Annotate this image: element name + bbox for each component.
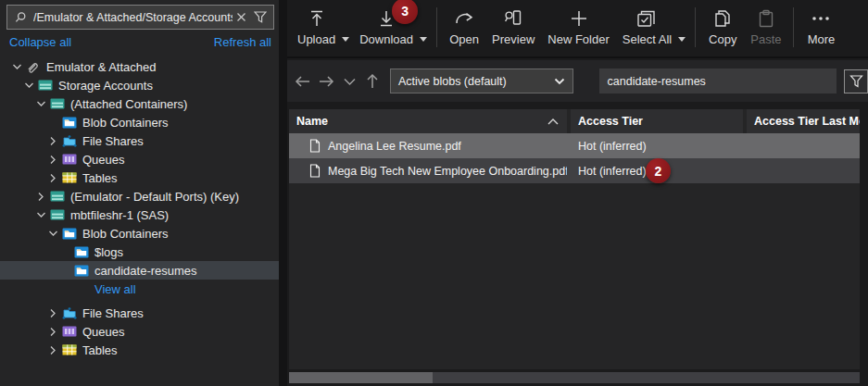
tree-item-attached-containers[interactable]: (Attached Containers) — [0, 94, 279, 113]
tree-item-queues[interactable]: Queues — [0, 322, 279, 341]
column-header-name[interactable]: Name — [289, 109, 567, 133]
dropdown-caret-icon[interactable] — [678, 37, 686, 42]
tree-item-file-shares[interactable]: File Shares — [0, 131, 279, 150]
toolbar-button-label: Preview — [492, 32, 535, 46]
toolbar-button-label: Download — [359, 32, 413, 46]
sidebar-divider[interactable] — [279, 0, 287, 386]
dropdown-caret-icon[interactable] — [420, 37, 427, 42]
copy-icon — [713, 6, 732, 31]
clear-search-icon[interactable] — [233, 9, 249, 26]
tree-item-blob-containers[interactable]: Blob Containers1 — [0, 224, 279, 243]
tree-item-emulator-default-ports-key[interactable]: (Emulator - Default Ports) (Key) — [0, 187, 279, 205]
fileshare-icon — [62, 307, 82, 319]
column-header-access-tier[interactable]: Access Tier — [571, 109, 743, 133]
tree-item-label: File Shares — [82, 134, 144, 148]
new-folder-button[interactable]: New Folder — [541, 0, 615, 56]
annotation-badge-2: 2 — [646, 158, 671, 183]
tree-item-storage-accounts[interactable]: Storage Accounts — [0, 76, 279, 94]
blob-state-selected: Active blobs (default) — [398, 75, 554, 88]
chevron-right-icon[interactable] — [44, 136, 62, 146]
tree-item-queues[interactable]: Queues — [0, 150, 279, 168]
tree-item-logs[interactable]: $logs — [0, 243, 279, 261]
blob-list-header: Name Access Tier Access Tier Last Mo — [289, 109, 860, 133]
blob-icon — [62, 228, 82, 240]
table-icon — [62, 344, 82, 355]
annotation-badge-3: 3 — [392, 0, 418, 24]
tree-item-tables[interactable]: Tables — [0, 341, 279, 359]
search-icon — [12, 9, 29, 26]
tree-item-tables[interactable]: Tables — [0, 168, 279, 187]
chevron-right-icon[interactable] — [44, 155, 62, 165]
tree-item-label: Blob Containers — [82, 227, 169, 241]
chevron-right-icon[interactable] — [44, 327, 62, 337]
copy-button[interactable]: Copy — [701, 0, 744, 56]
tree-item-candidate-resumes[interactable]: candidate-resumes — [0, 261, 279, 280]
column-header-access-tier-last-modified[interactable]: Access Tier Last Mo — [747, 109, 860, 133]
download-button[interactable]: Download3 — [353, 0, 420, 56]
horizontal-scrollbar-thumb[interactable] — [289, 372, 433, 383]
toolbar-separator — [695, 7, 696, 47]
select-all-icon — [636, 6, 657, 31]
preview-button[interactable]: Preview — [485, 0, 541, 56]
chevron-down-icon[interactable] — [31, 100, 50, 107]
fileshare-icon — [62, 135, 82, 147]
dropdown-caret-icon[interactable] — [342, 37, 349, 42]
sidebar-search-input[interactable]: /Emulator & Attached/Storage Accounts/ — [6, 5, 274, 30]
collapse-all-link[interactable]: Collapse all — [9, 35, 71, 49]
chevron-down-icon[interactable] — [19, 81, 38, 89]
chevron-down-icon — [554, 78, 565, 85]
tree-item-label: (Attached Containers) — [69, 97, 187, 111]
toolbar-separator — [793, 7, 794, 47]
filter-tree-icon[interactable] — [252, 9, 269, 26]
main-panel: UploadDownload3OpenPreviewNew FolderSele… — [287, 0, 868, 386]
chevron-down-icon[interactable] — [7, 63, 26, 70]
paperclip-icon — [26, 60, 45, 74]
forward-icon[interactable] — [318, 73, 334, 90]
chevron-right-icon[interactable] — [44, 308, 62, 318]
up-level-icon[interactable] — [364, 73, 381, 90]
navigation-bar: Active blobs (default) candidate-resumes — [287, 60, 868, 102]
blob-list-body: Angelina Lee Resume.pdfHot (inferred)Meg… — [289, 133, 860, 183]
tree-item-label: mbtfileshr-1 (SAS) — [69, 208, 169, 222]
tree-item-label: Emulator & Attached — [45, 60, 157, 74]
tree-item-label: Queues — [82, 153, 125, 167]
queue-icon — [62, 154, 82, 165]
back-icon[interactable] — [295, 73, 311, 90]
tree-item-view-all[interactable]: View all — [0, 280, 279, 298]
refresh-all-link[interactable]: Refresh all — [214, 35, 271, 49]
chevron-right-icon[interactable] — [44, 345, 62, 355]
blob-row[interactable]: Angelina Lee Resume.pdfHot (inferred) — [289, 133, 860, 158]
chevron-down-icon[interactable] — [44, 230, 62, 237]
paste-button: Paste — [744, 0, 787, 56]
blob-name: Angelina Lee Resume.pdf — [328, 140, 461, 153]
open-button[interactable]: Open — [443, 0, 485, 56]
new-folder-icon — [570, 6, 588, 31]
tree-item-label: (Emulator - Default Ports) (Key) — [69, 190, 239, 204]
more-button[interactable]: More — [799, 0, 842, 56]
upload-button[interactable]: Upload — [291, 0, 342, 56]
tree-item-emulator-attached[interactable]: Emulator & Attached — [0, 57, 279, 76]
toolbar-button-label: Paste — [750, 32, 781, 46]
blob-row[interactable]: Mega Big Tech New Employee Onboarding.pd… — [289, 158, 860, 183]
storage-icon — [50, 191, 69, 202]
toolbar-button-label: More — [808, 32, 836, 46]
blob-icon — [62, 117, 82, 129]
tree-item-file-shares[interactable]: File Shares — [0, 304, 279, 322]
tree-item-label: candidate-resumes — [94, 264, 197, 278]
path-input[interactable]: candidate-resumes — [599, 68, 837, 93]
blob-name-cell: Angelina Lee Resume.pdf — [289, 139, 567, 153]
preview-icon — [504, 6, 522, 31]
chevron-down-icon[interactable] — [31, 211, 50, 218]
select-all-button[interactable]: Select All — [616, 0, 678, 56]
filter-blobs-button[interactable] — [844, 69, 868, 93]
tree-item-mbtfileshr-1-sas[interactable]: mbtfileshr-1 (SAS) — [0, 205, 279, 224]
tree-item-blob-containers[interactable]: Blob Containers — [0, 113, 279, 131]
blob-icon — [74, 246, 94, 258]
blob-name: Mega Big Tech New Employee Onboarding.pd… — [328, 165, 567, 178]
chevron-right-icon[interactable] — [31, 192, 50, 202]
toolbar: UploadDownload3OpenPreviewNew FolderSele… — [287, 0, 868, 58]
history-chevron-icon[interactable] — [341, 73, 358, 90]
chevron-right-icon[interactable] — [44, 173, 62, 183]
blob-state-dropdown[interactable]: Active blobs (default) — [390, 68, 573, 93]
horizontal-scrollbar[interactable] — [289, 372, 860, 383]
